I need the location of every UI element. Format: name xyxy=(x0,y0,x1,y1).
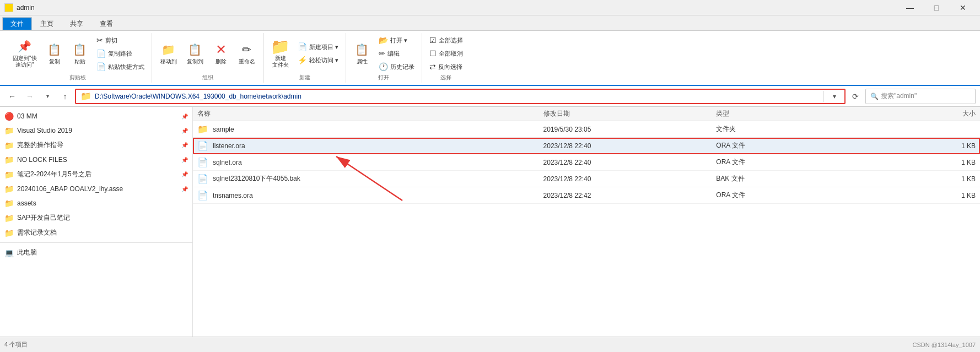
sidebar-item-mm-label: 03 MM xyxy=(17,112,177,120)
doc-icon-sqlnet-bak: 📄 xyxy=(197,174,208,184)
open-button[interactable]: 📂 打开 ▾ xyxy=(376,34,417,46)
address-dropdown-arrow[interactable]: ▾ xyxy=(829,93,840,100)
invert-select-button[interactable]: ⇄ 反向选择 xyxy=(427,61,466,73)
file-type-listener: ORA 文件 xyxy=(716,141,889,150)
sidebar-item-vs2019[interactable]: 📁 Visual Studio 2019 📌 xyxy=(0,123,192,138)
pin-icon: 📌 xyxy=(17,39,33,54)
file-list-header: 名称 修改日期 类型 大小 xyxy=(193,107,980,121)
back-button[interactable]: ← xyxy=(4,89,20,104)
file-type-sqlnet-bak: BAK 文件 xyxy=(716,174,889,183)
mm-pin-icon: 📌 xyxy=(181,113,188,120)
deselect-all-button[interactable]: ☐ 全部取消 xyxy=(427,47,466,59)
new-item-icon: 📄 xyxy=(298,42,307,51)
sidebar-item-reqs[interactable]: 📁 需求记录文档 xyxy=(0,225,192,240)
delete-button[interactable]: ✕ 删除 xyxy=(209,39,233,68)
sidebar-item-sapnotes[interactable]: 📁 SAP开发自己笔记 xyxy=(0,210,192,225)
file-row-sqlnet-bak[interactable]: 📄 sqlnet23120810下午4055.bak 2023/12/8 22:… xyxy=(193,171,980,187)
file-type-sample: 文件夹 xyxy=(716,124,889,134)
vs2019-icon: 📁 xyxy=(4,126,14,135)
file-size-sqlnet-bak: 1 KB xyxy=(889,175,976,183)
file-date-sample: 2019/5/30 23:05 xyxy=(543,126,717,133)
search-placeholder: 搜索"admin" xyxy=(881,91,917,101)
cut-button[interactable]: ✂ 剪切 xyxy=(94,34,147,46)
clipboard-label: 剪贴板 xyxy=(9,73,147,82)
forward-button[interactable]: → xyxy=(22,89,37,104)
col-type[interactable]: 类型 xyxy=(716,109,889,118)
file-list-area: 名称 修改日期 类型 大小 📁 sample 2019/5/30 23:05 文… xyxy=(193,107,980,337)
file-row-tnsnames[interactable]: 📄 tnsnames.ora 2023/12/8 22:42 ORA 文件 1 … xyxy=(193,187,980,204)
ribbon-group-organize-content: 📁 移动到 📋 复制到 ✕ 删除 ✏ 重命名 xyxy=(157,34,259,73)
dropdown-button[interactable]: ▾ xyxy=(40,89,55,104)
copy-to-icon: 📋 xyxy=(187,42,203,57)
sidebar-item-mm[interactable]: 🔴 03 MM 📌 xyxy=(0,109,192,123)
ribbon-group-select-content: ☑ 全部选择 ☐ 全部取消 ⇄ 反向选择 xyxy=(427,34,466,73)
new-small-group: 📄 新建项目 ▾ ⚡ 轻松访问 ▾ xyxy=(295,41,341,66)
tab-view[interactable]: 查看 xyxy=(91,17,121,30)
paste-button[interactable]: 📋 粘贴 xyxy=(68,39,91,68)
new-item-button[interactable]: 📄 新建项目 ▾ xyxy=(295,41,341,53)
sidebar-item-reqs-label: 需求记录文档 xyxy=(17,228,188,237)
move-to-button[interactable]: 📁 移动到 xyxy=(157,39,181,68)
address-folder-icon: 📁 xyxy=(80,91,91,101)
copy-button[interactable]: 📋 复制 xyxy=(43,39,66,68)
maximize-button[interactable]: □ xyxy=(924,0,949,15)
minimize-button[interactable]: — xyxy=(897,0,923,15)
tab-home[interactable]: 主页 xyxy=(32,17,62,30)
copy-path-icon: 📄 xyxy=(96,49,106,58)
sidebar-item-guide[interactable]: 📁 完整的操作指导 📌 xyxy=(0,138,192,153)
col-name[interactable]: 名称 xyxy=(197,109,543,118)
guide-pin-icon: 📌 xyxy=(181,142,188,148)
vs2019-pin-icon: 📌 xyxy=(181,128,188,134)
abap-pin-icon: 📌 xyxy=(181,186,188,192)
sidebar-item-assets[interactable]: 📁 assets xyxy=(0,196,192,210)
open-icon: 📂 xyxy=(379,36,388,45)
tab-file[interactable]: 文件 xyxy=(2,17,32,30)
refresh-button[interactable]: ⟳ xyxy=(848,89,863,104)
delete-icon: ✕ xyxy=(213,42,229,57)
copy-to-button[interactable]: 📋 复制到 xyxy=(183,39,207,68)
up-button[interactable]: ↑ xyxy=(57,89,73,104)
paste-icon: 📋 xyxy=(72,42,88,57)
new-folder-button[interactable]: 📁 新建文件夹 xyxy=(268,36,293,71)
open-small-group: 📂 打开 ▾ ✏ 编辑 🕐 历史记录 xyxy=(376,34,417,73)
nolock-pin-icon: 📌 xyxy=(181,157,188,163)
clipboard-small-group: ✂ 剪切 📄 复制路径 📄 粘贴快捷方式 xyxy=(94,34,147,73)
pin-button[interactable]: 📌 固定到"快速访问" xyxy=(9,36,41,71)
sidebar-item-nolock[interactable]: 📁 NO LOCK FILES 📌 xyxy=(0,153,192,167)
easy-access-icon: ⚡ xyxy=(298,56,307,64)
easy-access-button[interactable]: ⚡ 轻松访问 ▾ xyxy=(295,54,341,66)
nav-bar: ← → ▾ ↑ 📁 D:\Software\Oracle\WINDOWS.X64… xyxy=(0,86,980,107)
sidebar-item-guide-label: 完整的操作指导 xyxy=(17,140,177,150)
mm-icon: 🔴 xyxy=(4,112,14,121)
new-folder-icon: 📁 xyxy=(273,39,288,54)
select-all-button[interactable]: ☑ 全部选择 xyxy=(427,34,466,46)
col-date[interactable]: 修改日期 xyxy=(543,109,717,118)
col-size[interactable]: 大小 xyxy=(889,109,976,118)
sidebar-item-abap[interactable]: 📁 20240106_ABAP OOALV2_lhy.asse 📌 xyxy=(0,182,192,196)
file-name-listener: 📄 listener.ora xyxy=(197,140,543,151)
abap-icon: 📁 xyxy=(4,185,14,193)
file-row-sqlnet[interactable]: 📄 sqlnet.ora 2023/12/8 22:40 ORA 文件 1 KB xyxy=(193,154,980,171)
sidebar-item-notes[interactable]: 📁 笔记2-2024年1月5号之后 📌 xyxy=(0,167,192,182)
file-row-listener[interactable]: 📄 listener.ora 2023/12/8 22:40 ORA 文件 1 … xyxy=(193,138,980,154)
properties-button[interactable]: 📋 属性 xyxy=(351,39,374,68)
sidebar-item-abap-label: 20240106_ABAP OOALV2_lhy.asse xyxy=(17,185,177,193)
ribbon-group-new-content: 📁 新建文件夹 📄 新建项目 ▾ ⚡ 轻松访问 ▾ xyxy=(268,34,341,73)
file-row-sample[interactable]: 📁 sample 2019/5/30 23:05 文件夹 xyxy=(193,121,980,138)
doc-icon-sqlnet: 📄 xyxy=(197,157,208,167)
address-bar[interactable]: 📁 D:\Software\Oracle\WINDOWS.X64_193000_… xyxy=(75,89,846,104)
file-date-listener: 2023/12/8 22:40 xyxy=(543,142,717,150)
sapnotes-icon: 📁 xyxy=(4,214,14,223)
ribbon-group-clipboard: 📌 固定到"快速访问" 📋 复制 📋 粘贴 ✂ 剪切 📄 复制路径 xyxy=(4,33,152,83)
sidebar-item-sapnotes-label: SAP开发自己笔记 xyxy=(17,213,188,223)
paste-shortcut-button[interactable]: 📄 粘贴快捷方式 xyxy=(94,61,147,73)
rename-button[interactable]: ✏ 重命名 xyxy=(235,39,259,68)
tab-share[interactable]: 共享 xyxy=(62,17,91,30)
sidebar-item-thispc[interactable]: 💻 此电脑 xyxy=(0,245,192,260)
close-button[interactable]: ✕ xyxy=(950,0,976,15)
title-bar-controls: — □ ✕ xyxy=(897,0,976,15)
copy-path-button[interactable]: 📄 复制路径 xyxy=(94,47,147,59)
history-button[interactable]: 🕐 历史记录 xyxy=(376,61,417,73)
search-bar[interactable]: 🔍 搜索"admin" xyxy=(865,89,976,104)
edit-button[interactable]: ✏ 编辑 xyxy=(376,47,417,59)
